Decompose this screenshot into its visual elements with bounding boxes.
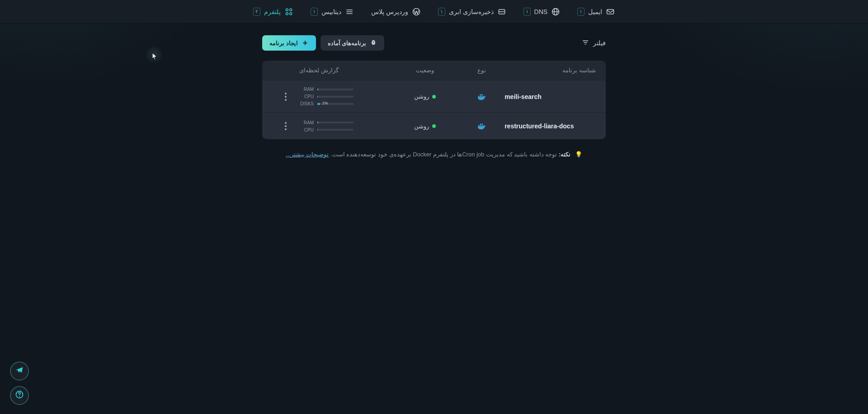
one-click-apps-button[interactable]: برنامه‌های آماده	[321, 35, 385, 51]
svg-rect-28	[481, 124, 483, 125]
svg-rect-13	[607, 9, 614, 14]
svg-rect-19	[478, 96, 479, 97]
nav-item-platform[interactable]: پلتفرم۲	[252, 5, 294, 19]
telegram-icon	[15, 366, 24, 376]
svg-point-30	[19, 396, 20, 397]
nav-badge: ۱	[577, 8, 585, 16]
filter-label: فیلتر	[593, 39, 606, 47]
nav-label: DNS	[534, 8, 548, 15]
note-text: توجه داشته باشید که مدیریت Cron jobها در…	[330, 151, 557, 158]
docker-icon	[477, 92, 487, 102]
svg-point-2	[286, 12, 288, 14]
nav-item-mail[interactable]: ایمیل۱	[576, 5, 616, 19]
apps-table: شناسه برنامه نوع وضعیت گزارش لحظه‌ای mei…	[262, 61, 606, 139]
nav-item-storage[interactable]: ذخیره‌سازی ابری۱	[437, 5, 507, 19]
svg-rect-21	[481, 96, 483, 97]
app-type	[459, 121, 505, 131]
more-button[interactable]	[282, 119, 289, 133]
nav-label: پلتفرم	[264, 8, 281, 15]
filter-icon	[581, 38, 590, 48]
app-metrics: RAMCPU	[299, 120, 391, 132]
app-type	[459, 92, 505, 102]
metric-bar	[317, 122, 354, 123]
cursor-icon	[151, 52, 158, 62]
app-metrics: RAMCPUDISKS1%	[299, 87, 391, 106]
one-click-apps-label: برنامه‌های آماده	[328, 40, 367, 47]
top-nav: پلتفرم۲دیتابیس۱وردپرس پلاسذخیره‌سازی ابر…	[0, 0, 868, 24]
nav-badge: ۱	[524, 8, 531, 16]
platform-icon	[284, 7, 293, 16]
nav-label: وردپرس پلاس	[371, 8, 408, 15]
svg-rect-20	[480, 96, 481, 97]
nav-item-database[interactable]: دیتابیس۱	[310, 5, 355, 19]
col-type: نوع	[459, 67, 505, 74]
svg-rect-22	[480, 94, 481, 95]
note-more-link[interactable]: توضیحات بیشتر...	[286, 151, 329, 158]
svg-rect-26	[481, 125, 483, 127]
mail-icon	[606, 7, 615, 16]
rocket-icon	[370, 39, 377, 47]
create-app-button[interactable]: ایجاد برنامه	[262, 35, 316, 51]
metric-label: RAM	[299, 120, 314, 125]
svg-rect-25	[480, 125, 481, 127]
svg-point-0	[286, 9, 288, 11]
metric-label: CPU	[299, 94, 314, 99]
metric-bar	[317, 96, 354, 98]
create-app-label: ایجاد برنامه	[269, 40, 298, 47]
metric-cpu: CPU	[299, 127, 354, 132]
metric-ram: RAM	[299, 87, 354, 92]
cron-note: 💡 نکته: توجه داشته باشید که مدیریت Cron …	[262, 151, 606, 158]
col-report: گزارش لحظه‌ای	[299, 67, 391, 74]
svg-rect-27	[480, 124, 481, 125]
metric-ram: RAM	[299, 120, 354, 125]
plus-icon	[302, 39, 309, 47]
status-dot-icon	[432, 95, 436, 99]
app-status: روشن	[391, 93, 459, 100]
nav-badge: ۲	[253, 8, 260, 16]
col-status: وضعیت	[391, 67, 459, 74]
nav-item-wordpress[interactable]: وردپرس پلاس	[370, 5, 422, 19]
status-label: روشن	[414, 123, 429, 130]
note-label: نکته:	[559, 151, 571, 158]
storage-icon	[497, 7, 506, 16]
metric-bar	[317, 89, 354, 90]
row-actions	[272, 90, 299, 104]
metric-bar: 1%	[317, 103, 354, 105]
table-row[interactable]: restructured-liara-docsروشنRAMCPU	[262, 113, 606, 139]
nav-label: ایمیل	[588, 8, 602, 15]
floating-actions	[10, 362, 29, 405]
col-app-id: شناسه برنامه	[505, 67, 596, 74]
metric-disks: DISKS1%	[299, 101, 354, 106]
database-icon	[345, 7, 354, 16]
cursor-highlight	[145, 45, 164, 64]
question-icon	[15, 390, 24, 401]
nav-badge: ۱	[311, 8, 318, 16]
svg-point-1	[289, 9, 292, 11]
action-bar: فیلتر برنامه‌های آماده ایجاد برنامه	[262, 35, 606, 51]
nav-badge: ۱	[438, 8, 445, 16]
metric-value: 1%	[322, 101, 328, 105]
docker-icon	[477, 121, 487, 131]
app-status: روشن	[391, 123, 459, 130]
nav-item-dns[interactable]: DNS۱	[523, 5, 561, 19]
apps-page: فیلتر برنامه‌های آماده ایجاد برنامه	[262, 24, 606, 182]
metric-label: DISKS	[299, 101, 314, 106]
row-actions	[272, 119, 299, 133]
svg-rect-23	[481, 94, 483, 95]
metric-bar	[317, 129, 354, 131]
app-id: meili-search	[505, 93, 596, 100]
svg-rect-24	[478, 125, 479, 127]
metric-label: RAM	[299, 87, 314, 92]
dns-icon	[551, 7, 560, 16]
filter-button[interactable]: فیلتر	[581, 38, 606, 48]
help-button[interactable]	[10, 386, 29, 405]
more-button[interactable]	[282, 90, 289, 104]
wordpress-icon	[412, 7, 421, 16]
metric-label: CPU	[299, 127, 314, 132]
nav-label: دیتابیس	[321, 8, 341, 15]
svg-point-3	[289, 12, 292, 14]
telegram-button[interactable]	[10, 362, 29, 381]
lightbulb-icon: 💡	[575, 151, 582, 158]
table-header: شناسه برنامه نوع وضعیت گزارش لحظه‌ای	[262, 61, 606, 80]
table-row[interactable]: meili-searchروشنRAMCPUDISKS1%	[262, 80, 606, 113]
